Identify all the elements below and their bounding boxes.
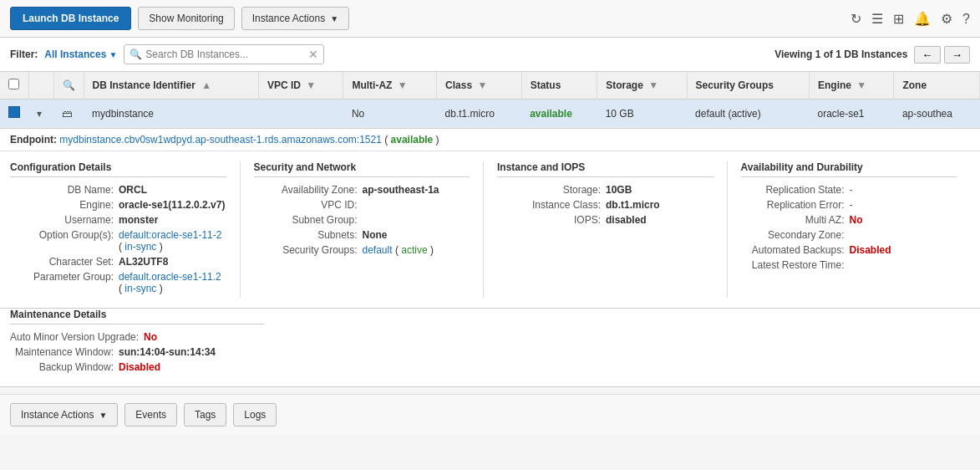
iops-val-class: db.t1.micro [606,199,660,211]
tags-button[interactable]: Tags [184,403,226,427]
nav-arrows: ← → [914,46,970,64]
avail-key-secondary-zone: Secondary Zone: [741,229,850,241]
security-group-link[interactable]: default [363,244,393,256]
grid-icon[interactable]: ⊞ [893,11,904,27]
config-row-paramgroup: Parameter Group: default.oracle-se1-11.2… [10,271,226,294]
sec-key-subnet-group: Subnet Group: [254,214,363,226]
th-security-groups: Security Groups [687,72,809,100]
search-clear-icon[interactable]: ✕ [308,48,318,61]
refresh-icon[interactable]: ↻ [851,11,861,27]
th-zone: Zone [894,72,980,100]
avail-row-rep-error: Replication Error: - [741,199,957,211]
sec-val-subnets: None [363,229,388,241]
iops-val-iops: disabled [606,214,647,226]
config-key-paramgroup: Parameter Group: [10,271,119,294]
show-monitoring-button[interactable]: Show Monitoring [138,7,234,30]
bottom-instance-actions-button[interactable]: Instance Actions ▼ [10,403,118,427]
sec-key-subnets: Subnets: [254,229,363,241]
maintenance-panel-title: Maintenance Details [10,309,264,324]
launch-db-instance-button[interactable]: Launch DB Instance [10,7,131,30]
avail-val-auto-backups: Disabled [850,244,891,256]
sg-active-status: active [401,244,427,256]
iops-row-storage: Storage: 10GB [497,184,713,196]
th-identifier[interactable]: DB Instance Identifier ▲ [84,72,258,100]
bell-icon[interactable]: 🔔 [914,11,931,27]
filter-bar: Filter: All Instances ▼ 🔍 ✕ Viewing 1 of… [0,38,980,72]
detail-panels: Configuration Details DB Name: ORCL Engi… [0,151,980,309]
help-icon[interactable]: ? [962,11,970,26]
avail-row-restore-time: Latest Restore Time: [741,259,957,271]
row-security-groups: default (active) [687,100,809,128]
toolbar: Launch DB Instance Show Monitoring Insta… [0,0,980,38]
th-search: 🔍 [53,72,84,100]
avail-key-multiaz: Multi AZ: [741,214,850,226]
option-group-insync-link[interactable]: in-sync [124,241,156,253]
instance-table-container: 🔍 DB Instance Identifier ▲ VPC ID ▼ Mult… [0,72,980,129]
search-icon: 🔍 [129,49,142,60]
avail-key-restore-time: Latest Restore Time: [741,259,850,271]
logs-button[interactable]: Logs [233,403,277,427]
row-engine: oracle-se1 [809,100,893,128]
maint-row-auto-upgrade: Auto Minor Version Upgrade: No [10,331,264,343]
th-select-all[interactable] [0,72,28,100]
events-button[interactable]: Events [124,403,177,427]
config-key-optiongroup: Option Group(s): [10,229,119,253]
row-status: available [521,100,597,128]
bottom-chevron-icon: ▼ [99,411,107,420]
th-storage[interactable]: Storage ▼ [597,72,687,100]
instance-actions-button[interactable]: Instance Actions ▼ [241,7,349,30]
row-expand[interactable]: ▾ [28,100,53,128]
sec-val-az: ap-southeast-1a [363,184,439,196]
config-row-optiongroup: Option Group(s): default:oracle-se1-11-2… [10,229,226,253]
th-engine[interactable]: Engine ▼ [809,72,893,100]
prev-page-button[interactable]: ← [914,46,940,64]
bottom-instance-actions-label: Instance Actions [21,409,94,421]
option-group-link[interactable]: default:oracle-se1-11-2 [119,229,221,241]
th-class[interactable]: Class ▼ [437,72,522,100]
sec-key-az: Availability Zone: [254,184,363,196]
endpoint-url[interactable]: mydbinstance.cbv0sw1wdpyd.ap-southeast-1… [59,134,382,146]
iops-key-class: Instance Class: [497,199,606,211]
filter-chevron-icon: ▼ [109,50,117,59]
sec-val-sg: default ( active ) [363,244,434,256]
iops-row-class: Instance Class: db.t1.micro [497,199,713,211]
config-row-charset: Character Set: AL32UTF8 [10,256,226,268]
next-page-button[interactable]: → [944,46,970,64]
list-icon[interactable]: ☰ [871,11,883,27]
avail-panel-title: Availability and Durability [741,161,957,177]
avail-val-rep-error: - [850,199,853,211]
maint-key-backup-window: Backup Window: [10,361,119,373]
th-vpc[interactable]: VPC ID ▼ [258,72,343,100]
instance-table: 🔍 DB Instance Identifier ▲ VPC ID ▼ Mult… [0,72,980,128]
config-val-engine: oracle-se1(11.2.0.2.v7) [119,199,225,211]
iops-panel-title: Instance and IOPS [497,161,713,177]
avail-val-multiaz: No [850,214,863,226]
maint-key-auto-upgrade: Auto Minor Version Upgrade: [10,331,144,343]
maint-key-window: Maintenance Window: [10,346,119,358]
param-group-link[interactable]: default.oracle-se1-11.2 [119,271,221,283]
chevron-down-icon: ▼ [330,14,338,23]
gear-icon[interactable]: ⚙ [941,11,952,27]
config-key-dbname: DB Name: [10,184,119,196]
th-multiaz[interactable]: Multi-AZ ▼ [343,72,437,100]
all-instances-filter[interactable]: All Instances ▼ [44,49,117,60]
param-group-insync-link[interactable]: in-sync [124,283,156,294]
endpoint-status: available [391,134,434,146]
row-vpc [258,100,343,128]
table-row[interactable]: ▾ 🗃 mydbinstance No db.t1.micro availabl… [0,100,980,128]
sec-row-subnets: Subnets: None [254,229,470,241]
avail-key-auto-backups: Automated Backups: [741,244,850,256]
config-panel: Configuration Details DB Name: ORCL Engi… [10,161,241,298]
config-val-username: monster [119,214,158,226]
maint-val-auto-upgrade: No [144,331,157,343]
search-input[interactable] [145,49,308,60]
avail-key-rep-state: Replication State: [741,184,850,196]
iops-key-storage: Storage: [497,184,606,196]
security-panel-title: Security and Network [254,161,470,177]
th-expand [28,72,53,100]
th-status: Status [521,72,597,100]
row-checkbox[interactable] [0,100,28,128]
row-icon: 🗃 [53,100,84,128]
config-row-engine: Engine: oracle-se1(11.2.0.2.v7) [10,199,226,211]
iops-panel: Instance and IOPS Storage: 10GB Instance… [484,161,728,298]
